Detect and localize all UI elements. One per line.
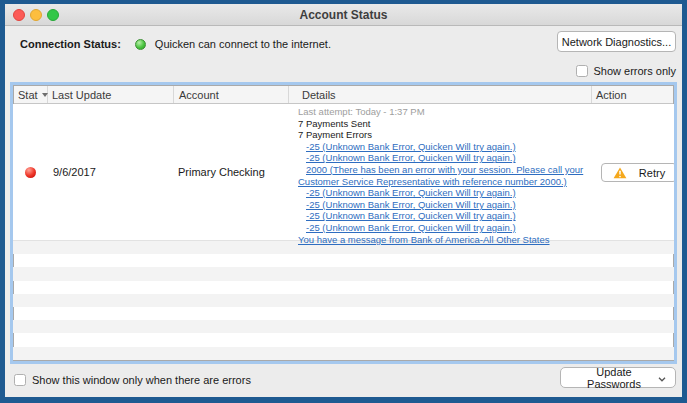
payments-sent-text: 7 Payments Sent (298, 118, 587, 130)
column-header-last-update[interactable]: Last Update (48, 86, 174, 103)
empty-row[interactable] (13, 307, 674, 320)
error-link[interactable]: 2000 (There has been an error with your … (298, 164, 587, 187)
empty-row[interactable] (13, 254, 674, 267)
connection-status-row: Connection Status: Quicken can connect t… (20, 33, 331, 55)
column-header-stat[interactable]: Stat (14, 86, 48, 103)
connection-status-label: Connection Status: (20, 38, 121, 50)
show-window-checkbox[interactable] (14, 374, 26, 386)
chevron-down-icon (658, 372, 666, 384)
titlebar: Account Status (5, 4, 682, 26)
connection-status-message: Quicken can connect to the internet. (155, 38, 331, 50)
error-link[interactable]: -25 (Unknown Bank Error, Quicken Will tr… (298, 187, 587, 199)
screenshot-frame: Account Status Connection Status: Quicke… (0, 0, 687, 403)
bank-message-link[interactable]: You have a message from Bank of America-… (298, 234, 587, 246)
empty-row[interactable] (13, 333, 674, 346)
show-window-label: Show this window only when there are err… (32, 374, 251, 386)
empty-row[interactable] (13, 267, 674, 280)
column-header-account[interactable]: Account (174, 86, 289, 103)
empty-row[interactable] (13, 320, 674, 333)
last-update-cell: 9/6/2017 (47, 104, 173, 240)
error-link[interactable]: -25 (Unknown Bank Error, Quicken Will tr… (298, 152, 587, 164)
account-cell: Primary Checking (173, 104, 288, 240)
error-link[interactable]: -25 (Unknown Bank Error, Quicken Will tr… (298, 222, 587, 234)
payment-errors-text: 7 Payment Errors (298, 129, 587, 141)
empty-row[interactable] (13, 281, 674, 294)
empty-rows (13, 241, 674, 360)
error-link[interactable]: -25 (Unknown Bank Error, Quicken Will tr… (298, 141, 587, 153)
column-header-action[interactable]: Action (592, 86, 673, 103)
retry-button-label: Retry (639, 167, 665, 179)
accounts-table: Stat Last Update Account Details Action … (10, 82, 677, 364)
show-errors-only-label: Show errors only (593, 65, 676, 77)
empty-row[interactable] (13, 294, 674, 307)
error-status-icon (25, 167, 36, 178)
update-passwords-label: Update Passwords (570, 366, 658, 390)
window-title: Account Status (5, 8, 682, 22)
column-header-details[interactable]: Details (289, 86, 592, 103)
sort-desc-icon (42, 93, 48, 97)
connection-ok-icon (135, 39, 146, 50)
empty-row[interactable] (13, 347, 674, 360)
error-link[interactable]: -25 (Unknown Bank Error, Quicken Will tr… (298, 199, 587, 211)
action-cell: Retry (591, 104, 677, 240)
show-errors-only-control: Show errors only (576, 63, 676, 79)
details-cell: Last attempt: Today - 1:37 PM 7 Payments… (288, 104, 591, 240)
show-window-control: Show this window only when there are err… (14, 372, 251, 388)
update-passwords-button[interactable]: Update Passwords (560, 367, 676, 388)
table-header: Stat Last Update Account Details Action (14, 86, 673, 104)
retry-button[interactable]: Retry (601, 163, 677, 182)
status-cell (13, 104, 47, 240)
show-errors-only-checkbox[interactable] (576, 65, 588, 77)
table-row[interactable]: 9/6/2017 Primary Checking Last attempt: … (13, 104, 674, 241)
account-status-window: Account Status Connection Status: Quicke… (5, 4, 682, 397)
warning-icon (613, 167, 627, 179)
error-link[interactable]: -25 (Unknown Bank Error, Quicken Will tr… (298, 210, 587, 222)
network-diagnostics-button[interactable]: Network Diagnostics... (557, 31, 676, 52)
last-attempt-text: Last attempt: Today - 1:37 PM (298, 106, 587, 118)
